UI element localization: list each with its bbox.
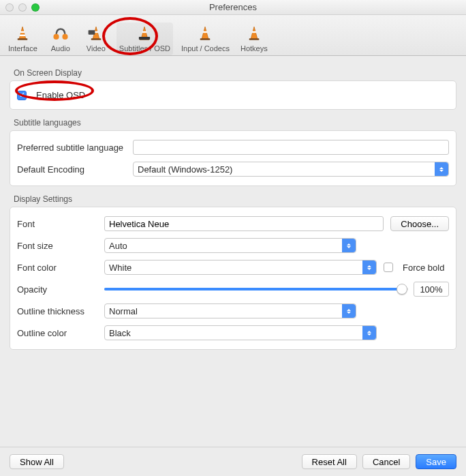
interface-icon xyxy=(12,24,33,43)
save-button[interactable]: Save xyxy=(416,454,456,469)
svg-rect-9 xyxy=(88,30,95,35)
tab-interface[interactable]: Interface xyxy=(5,23,40,55)
fontcolor-label: Font color xyxy=(17,263,97,273)
tab-audio[interactable]: Audio xyxy=(46,23,76,55)
tab-label: Hotkeys xyxy=(240,44,268,53)
cancel-button[interactable]: Cancel xyxy=(362,454,410,469)
outline-thickness-select[interactable]: Normal xyxy=(104,303,356,318)
enable-osd-checkbox[interactable] xyxy=(17,91,27,100)
chevron-updown-icon xyxy=(362,326,376,340)
svg-rect-19 xyxy=(249,38,260,40)
tab-subtitles-osd[interactable]: Subtitles / OSD xyxy=(117,23,173,55)
outline-color-value: Black xyxy=(109,328,131,338)
tab-label: Subtitles / OSD xyxy=(119,44,170,53)
force-bold-checkbox[interactable] xyxy=(384,263,393,272)
video-icon xyxy=(85,24,107,43)
outline-thickness-label: Outline thickness xyxy=(17,306,97,316)
svg-rect-16 xyxy=(200,38,211,40)
svg-rect-13 xyxy=(139,37,150,40)
chevron-updown-icon xyxy=(342,239,356,252)
opacity-label: Opacity xyxy=(17,284,97,295)
show-all-button[interactable]: Show All xyxy=(10,454,64,469)
svg-rect-18 xyxy=(252,31,257,33)
tab-label: Audio xyxy=(51,44,70,53)
zoom-window-button[interactable] xyxy=(31,3,40,12)
fontcolor-select[interactable]: White xyxy=(104,260,377,275)
outline-color-label: Outline color xyxy=(17,328,97,338)
enable-osd-label: Enable OSD xyxy=(36,90,85,100)
window-title: Preferences xyxy=(209,2,257,12)
pref-lang-label: Preferred subtitle language xyxy=(17,143,126,153)
tab-video[interactable]: Video xyxy=(81,23,111,55)
encoding-label: Default Encoding xyxy=(17,164,126,175)
sublang-group: Preferred subtitle language Default Enco… xyxy=(10,130,456,186)
chevron-updown-icon xyxy=(435,162,448,176)
fontsize-label: Font size xyxy=(17,241,97,251)
encoding-value: Default (Windows-1252) xyxy=(138,164,232,175)
svg-point-5 xyxy=(62,34,67,40)
force-bold-label: Force bold xyxy=(403,263,444,273)
subtitles-icon xyxy=(134,24,155,43)
display-group: Font Choose... Font size Auto Font color… xyxy=(10,207,456,350)
font-label: Font xyxy=(17,219,97,229)
opacity-slider[interactable] xyxy=(104,288,408,291)
encoding-select[interactable]: Default (Windows-1252) xyxy=(133,162,449,177)
close-window-button[interactable] xyxy=(5,3,14,12)
fontsize-value: Auto xyxy=(109,241,127,251)
svg-rect-15 xyxy=(203,31,208,33)
outline-color-select[interactable]: Black xyxy=(104,325,377,340)
display-group-label: Display Settings xyxy=(14,194,456,204)
tab-label: Interface xyxy=(8,44,37,53)
tab-label: Input / Codecs xyxy=(181,44,230,53)
tab-hotkeys[interactable]: Hotkeys xyxy=(238,23,270,55)
osd-group: Enable OSD xyxy=(10,80,456,110)
input-codecs-icon xyxy=(194,24,216,43)
sublang-group-label: Subtitle languages xyxy=(14,118,456,128)
reset-all-button[interactable]: Reset All xyxy=(302,454,357,469)
pref-lang-input[interactable] xyxy=(133,140,449,155)
svg-rect-8 xyxy=(91,38,102,40)
osd-group-label: On Screen Display xyxy=(14,68,456,78)
chevron-updown-icon xyxy=(342,304,356,318)
fontcolor-value: White xyxy=(109,263,131,273)
svg-rect-3 xyxy=(18,38,28,40)
chevron-updown-icon xyxy=(362,261,376,274)
content-area: On Screen Display Enable OSD Subtitle la… xyxy=(0,56,466,445)
footer-bar: Show All Reset All Cancel Save xyxy=(0,447,466,476)
preferences-toolbar: Interface Audio Video Subtitles / OSD In… xyxy=(0,15,466,56)
outline-thickness-value: Normal xyxy=(109,306,138,316)
audio-icon xyxy=(50,24,72,43)
fontsize-select[interactable]: Auto xyxy=(104,238,356,253)
tab-input-codecs[interactable]: Input / Codecs xyxy=(178,23,232,55)
titlebar: Preferences xyxy=(0,0,466,15)
font-input[interactable] xyxy=(104,216,384,231)
svg-rect-1 xyxy=(20,31,25,33)
opacity-value: 100% xyxy=(414,282,449,297)
svg-rect-2 xyxy=(20,35,25,36)
minimize-window-button[interactable] xyxy=(18,3,27,12)
tab-label: Video xyxy=(87,44,106,53)
hotkeys-icon xyxy=(243,24,265,43)
choose-font-button[interactable]: Choose... xyxy=(390,216,449,231)
svg-point-4 xyxy=(53,34,59,40)
svg-rect-11 xyxy=(142,31,147,33)
